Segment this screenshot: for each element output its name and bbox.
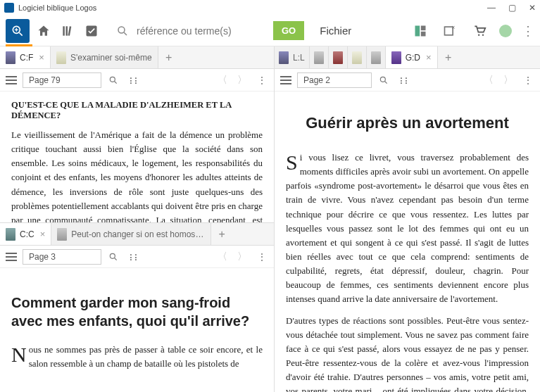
- tab-ll[interactable]: L:L: [275, 46, 310, 68]
- article-title: Comment garder mon sang-froid avec mes e…: [11, 293, 263, 330]
- tab-book3[interactable]: [329, 46, 348, 68]
- parallel-icon[interactable]: ⫶⫶: [396, 72, 411, 88]
- svg-rect-5: [66, 26, 68, 35]
- parallel-icon[interactable]: ⫶⫶: [125, 249, 141, 265]
- close-icon[interactable]: ×: [39, 52, 44, 63]
- svg-line-1: [20, 32, 23, 35]
- tab-label: C:F: [20, 53, 33, 63]
- pane-menu-icon[interactable]: ⋮: [254, 72, 270, 88]
- body-paragraph: Nous ne sommes pas près de passer à tabl…: [11, 343, 263, 371]
- control-bar: Page 2 ⫶⫶ 〈 〉 ⋮: [275, 69, 540, 91]
- svg-rect-10: [415, 25, 420, 36]
- tab-peuton[interactable]: Peut-on changer si on est homosexuel?: [51, 223, 211, 245]
- book-cover-icon: [57, 228, 67, 241]
- nav-prev-icon[interactable]: 〈: [215, 72, 230, 88]
- user-avatar[interactable]: [499, 25, 512, 37]
- close-icon[interactable]: ×: [426, 52, 432, 63]
- book-cover-icon: [371, 51, 381, 64]
- tab-book5[interactable]: [367, 46, 386, 68]
- tab-gd[interactable]: G:D ×: [386, 46, 438, 68]
- tab-book2[interactable]: [310, 46, 329, 68]
- tab-label: Peut-on changer si on est homosexuel?: [71, 229, 205, 239]
- panel-close-icon[interactable]: ×: [440, 21, 460, 41]
- file-menu[interactable]: Fichier: [320, 25, 351, 37]
- nav-next-icon[interactable]: 〉: [501, 72, 516, 88]
- svg-rect-4: [63, 26, 65, 35]
- svg-point-17: [110, 77, 115, 82]
- search-icon[interactable]: [376, 72, 391, 88]
- body-paragraph: D'autres types de réactions sont possibl…: [286, 314, 529, 392]
- menu-icon[interactable]: [4, 73, 18, 87]
- book-cover-icon: [333, 51, 343, 64]
- svg-point-8: [118, 27, 125, 33]
- svg-point-19: [110, 253, 115, 258]
- search-icon[interactable]: [113, 21, 132, 41]
- titlebar: Logiciel biblique Logos — ▢ ✕: [0, 0, 540, 15]
- more-menu-icon[interactable]: ⋮: [522, 23, 534, 39]
- search-icon[interactable]: [106, 72, 121, 88]
- left-column: C:F × S'examiner soi-même + Page 79 ⫶⫶ 〈: [0, 46, 275, 392]
- layout-icon[interactable]: [410, 21, 430, 41]
- workspace: C:F × S'examiner soi-même + Page 79 ⫶⫶ 〈: [0, 46, 540, 392]
- menu-icon[interactable]: [279, 73, 293, 87]
- right-column: L:L G:D × + Page 2 ⫶⫶: [275, 46, 540, 392]
- close-icon[interactable]: ×: [40, 229, 46, 239]
- main-toolbar: GO Fichier × ⋮: [0, 15, 540, 46]
- svg-line-20: [114, 258, 116, 260]
- pane-menu-icon[interactable]: ⋮: [520, 72, 536, 88]
- section-heading: QU'EST-CE QUE LA MALADIE D'ALZHEIMER ET …: [11, 100, 263, 121]
- dropcap: S: [286, 151, 300, 173]
- control-bar: Page 3 ⫶⫶ 〈 〉 ⋮: [0, 246, 274, 268]
- svg-line-22: [384, 81, 387, 83]
- svg-line-9: [124, 32, 127, 35]
- content-left-bottom: Comment garder mon sang-froid avec mes e…: [0, 268, 274, 392]
- home-icon[interactable]: [34, 21, 54, 41]
- tab-cc[interactable]: C:C ×: [0, 223, 51, 245]
- brand-logo[interactable]: [6, 19, 30, 43]
- close-button[interactable]: ✕: [529, 3, 536, 13]
- go-button[interactable]: GO: [273, 21, 304, 40]
- page-input[interactable]: Page 79: [23, 72, 101, 88]
- page-input[interactable]: Page 2: [297, 72, 372, 88]
- tab-book4[interactable]: [348, 46, 367, 68]
- nav-prev-icon[interactable]: 〈: [481, 72, 496, 88]
- nav-next-icon[interactable]: 〉: [234, 72, 250, 88]
- svg-line-18: [114, 81, 116, 83]
- add-tab-button[interactable]: +: [158, 46, 180, 68]
- body-text: i vous lisez ce livret, vous traversez p…: [286, 152, 529, 304]
- add-tab-button[interactable]: +: [438, 46, 459, 68]
- nav-prev-icon[interactable]: 〈: [215, 249, 230, 265]
- cart-icon[interactable]: [470, 21, 489, 41]
- book-cover-icon: [314, 51, 324, 64]
- nav-next-icon[interactable]: 〉: [234, 249, 250, 265]
- svg-rect-6: [68, 26, 72, 36]
- tabbar-left-bottom: C:C × Peut-on changer si on est homosexu…: [0, 223, 274, 246]
- add-tab-button[interactable]: +: [211, 223, 232, 245]
- book-cover-icon: [352, 51, 362, 64]
- check-icon[interactable]: [82, 21, 101, 41]
- svg-text:×: ×: [452, 24, 456, 31]
- parallel-icon[interactable]: ⫶⫶: [125, 72, 141, 88]
- search-icon[interactable]: [106, 249, 121, 265]
- tab-label: G:D: [406, 53, 420, 63]
- book-cover-icon: [391, 51, 401, 64]
- page-input[interactable]: Page 3: [23, 249, 101, 265]
- app-icon: [4, 3, 14, 13]
- pane-menu-icon[interactable]: ⋮: [254, 249, 270, 265]
- search-input[interactable]: [132, 23, 273, 39]
- tab-sexaminer[interactable]: S'examiner soi-même: [51, 46, 158, 68]
- tabbar-right: L:L G:D × +: [275, 46, 540, 69]
- svg-point-16: [482, 34, 484, 36]
- tab-label: S'examiner soi-même: [70, 53, 152, 63]
- tab-label: L:L: [293, 53, 305, 63]
- toolbar-right: × ⋮: [410, 21, 534, 41]
- search-group: GO: [113, 21, 304, 41]
- library-icon[interactable]: [58, 21, 77, 41]
- tab-cf[interactable]: C:F ×: [0, 46, 51, 68]
- maximize-button[interactable]: ▢: [508, 3, 516, 13]
- svg-rect-12: [421, 31, 426, 36]
- menu-icon[interactable]: [4, 250, 18, 264]
- window-title: Logiciel biblique Logos: [18, 4, 96, 12]
- minimize-button[interactable]: —: [487, 3, 496, 13]
- control-bar: Page 79 ⫶⫶ 〈 〉 ⋮: [0, 69, 274, 91]
